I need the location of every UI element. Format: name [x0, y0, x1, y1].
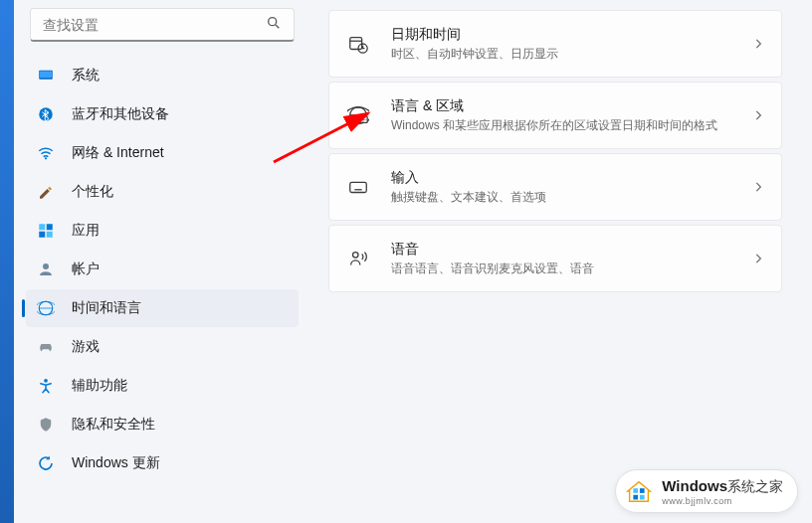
- search-input-container[interactable]: [30, 8, 295, 42]
- svg-rect-9: [47, 232, 53, 238]
- sidebar-item-label: 应用: [72, 222, 100, 240]
- sidebar-item-accessibility[interactable]: 辅助功能: [26, 367, 299, 405]
- sidebar-item-label: 辅助功能: [72, 377, 127, 395]
- sidebar-item-label: 网络 & Internet: [72, 144, 164, 162]
- sidebar-item-label: 隐私和安全性: [72, 416, 155, 434]
- keyboard-icon: [345, 174, 371, 200]
- card-date-time[interactable]: 日期和时间 时区、自动时钟设置、日历显示: [328, 10, 782, 78]
- privacy-icon: [36, 415, 56, 435]
- watermark-brand: Windows: [662, 477, 727, 494]
- sidebar: 系统 蓝牙和其他设备 网络 & Internet 个性化: [14, 0, 310, 523]
- svg-rect-6: [39, 224, 45, 230]
- watermark-logo-icon: [624, 476, 654, 506]
- accessibility-icon: [36, 376, 56, 396]
- card-desc: 语音语言、语音识别麦克风设置、语音: [391, 261, 751, 277]
- card-title: 日期和时间: [391, 26, 751, 44]
- sidebar-item-label: Windows 更新: [72, 454, 160, 472]
- svg-rect-7: [47, 224, 53, 230]
- personalization-icon: [36, 182, 56, 202]
- date-time-icon: [345, 31, 371, 57]
- svg-point-12: [44, 379, 48, 383]
- watermark-url: www.bjjmlv.com: [662, 496, 783, 506]
- language-region-icon: 字: [345, 102, 371, 128]
- svg-point-5: [45, 157, 47, 159]
- sidebar-nav: 系统 蓝牙和其他设备 网络 & Internet 个性化: [22, 56, 303, 523]
- svg-rect-26: [634, 488, 639, 493]
- card-title: 输入: [391, 169, 751, 187]
- sidebar-item-label: 蓝牙和其他设备: [72, 105, 169, 123]
- chevron-right-icon: [751, 37, 765, 51]
- card-title: 语言 & 区域: [391, 97, 751, 115]
- sidebar-item-privacy[interactable]: 隐私和安全性: [26, 406, 299, 443]
- sidebar-item-windows-update[interactable]: Windows 更新: [26, 444, 299, 482]
- card-desc: 触摸键盘、文本建议、首选项: [391, 189, 751, 206]
- svg-rect-29: [640, 495, 645, 500]
- svg-rect-19: [350, 182, 367, 192]
- left-decorative-edge: [0, 0, 14, 523]
- card-desc: 时区、自动时钟设置、日历显示: [391, 46, 751, 63]
- main-content: 日期和时间 时区、自动时钟设置、日历显示 字 语言 & 区域 Windows 和…: [310, 0, 812, 523]
- svg-rect-28: [634, 495, 639, 500]
- card-desc: Windows 和某些应用根据你所在的区域设置日期和时间的格式: [391, 117, 751, 134]
- svg-point-10: [43, 263, 49, 269]
- svg-point-0: [269, 17, 277, 25]
- speech-icon: [345, 246, 371, 271]
- watermark: Windows系统之家 www.bjjmlv.com: [615, 469, 798, 513]
- sidebar-item-personalization[interactable]: 个性化: [26, 173, 299, 211]
- chevron-right-icon: [751, 252, 765, 265]
- sidebar-item-label: 游戏: [72, 338, 100, 356]
- apps-icon: [36, 221, 56, 241]
- sidebar-item-label: 帐户: [72, 261, 100, 278]
- card-typing[interactable]: 输入 触摸键盘、文本建议、首选项: [328, 153, 782, 221]
- svg-rect-27: [640, 488, 645, 493]
- accounts-icon: [36, 260, 56, 279]
- svg-point-24: [353, 253, 359, 259]
- sidebar-item-accounts[interactable]: 帐户: [26, 251, 299, 288]
- system-icon: [36, 66, 56, 86]
- watermark-brand2: 系统之家: [727, 478, 783, 494]
- svg-rect-13: [350, 38, 362, 50]
- svg-rect-3: [40, 72, 52, 79]
- sidebar-item-system[interactable]: 系统: [26, 57, 299, 94]
- sidebar-item-label: 系统: [72, 67, 100, 85]
- chevron-right-icon: [751, 108, 765, 122]
- network-icon: [36, 143, 56, 163]
- card-title: 语音: [391, 241, 751, 259]
- sidebar-item-label: 时间和语言: [72, 299, 141, 317]
- card-speech[interactable]: 语音 语音语言、语音识别麦克风设置、语音: [328, 225, 782, 292]
- svg-rect-8: [39, 232, 45, 238]
- sidebar-item-bluetooth[interactable]: 蓝牙和其他设备: [26, 95, 299, 133]
- windows-update-icon: [36, 453, 56, 473]
- search-input[interactable]: [43, 17, 266, 33]
- search-icon: [266, 15, 282, 35]
- svg-text:字: 字: [360, 115, 366, 122]
- sidebar-item-network[interactable]: 网络 & Internet: [26, 134, 299, 172]
- svg-line-1: [276, 25, 279, 28]
- chevron-right-icon: [751, 180, 765, 194]
- time-language-icon: [36, 298, 56, 318]
- gaming-icon: [36, 337, 56, 357]
- bluetooth-icon: [36, 104, 56, 124]
- card-language-region[interactable]: 字 语言 & 区域 Windows 和某些应用根据你所在的区域设置日期和时间的格…: [328, 82, 782, 149]
- sidebar-item-time-language[interactable]: 时间和语言: [26, 289, 299, 327]
- sidebar-item-apps[interactable]: 应用: [26, 212, 299, 250]
- sidebar-item-gaming[interactable]: 游戏: [26, 328, 299, 366]
- sidebar-item-label: 个性化: [72, 183, 113, 201]
